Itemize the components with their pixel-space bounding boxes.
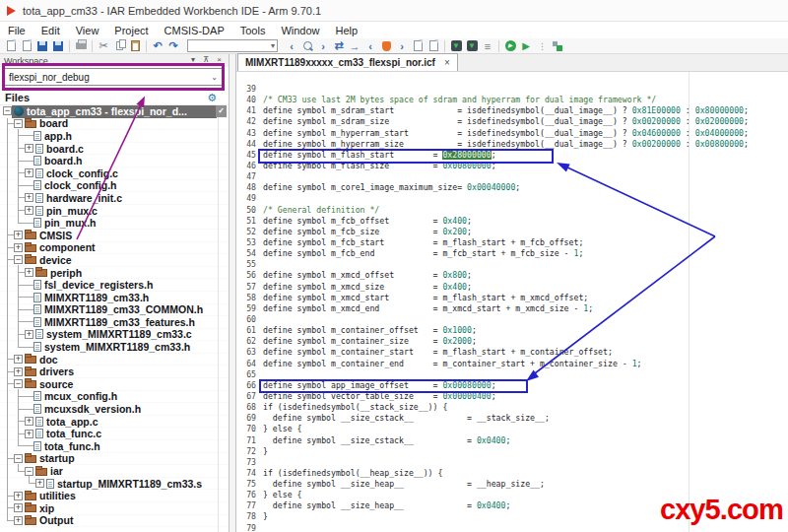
tree-item-xip[interactable]: +xip	[0, 502, 229, 515]
menu-view[interactable]: View	[68, 25, 107, 36]
menu-edit[interactable]: Edit	[33, 25, 68, 36]
line-number-gutter[interactable]: 60	[236, 314, 262, 325]
collapse-icon[interactable]: −	[14, 454, 23, 463]
goto-button[interactable]: →	[348, 39, 361, 52]
line-number-gutter[interactable]: 50	[236, 205, 262, 216]
open-source-button[interactable]	[427, 39, 440, 52]
debug-log-button[interactable]: ≡	[481, 39, 494, 52]
run-button[interactable]: ▶	[519, 39, 533, 52]
code-line-71[interactable]: 71 define symbol __size_cstack__ = 0x040…	[236, 435, 788, 446]
tree-item-source[interactable]: −source	[0, 378, 229, 391]
line-number-gutter[interactable]: 48	[236, 182, 262, 193]
swap-header-button[interactable]: ⇄	[332, 39, 346, 52]
line-number-gutter[interactable]: 49	[236, 193, 262, 204]
expand-icon[interactable]: +	[14, 231, 23, 239]
tree-item-mcuxsdk-version-h[interactable]: mcuxsdk_version.h	[0, 403, 229, 416]
code-line-43[interactable]: 43define symbol m_hyperram_start = isdef…	[236, 128, 788, 139]
code-line-59[interactable]: 59define symbol m_xmcd_end = m_xmcd_star…	[236, 303, 788, 314]
next-bookmark-button[interactable]: ›	[395, 39, 409, 52]
tree-item-tota-func-c[interactable]: +tota_func.c	[0, 428, 229, 440]
line-number-gutter[interactable]: 59	[236, 303, 262, 314]
line-number-gutter[interactable]: 52	[236, 227, 262, 237]
code-line-49[interactable]: 49	[236, 193, 788, 204]
code-line-75[interactable]: 75 define symbol __size_heap__ = __heap_…	[236, 479, 788, 490]
gear-icon[interactable]: ⚙	[207, 92, 217, 104]
code-line-50[interactable]: 50/* General definition */	[236, 205, 788, 216]
tree-item-tota-func-h[interactable]: tota_func.h	[0, 440, 229, 453]
line-number-gutter[interactable]: 78	[236, 511, 262, 522]
expand-icon[interactable]: +	[14, 243, 23, 252]
new-document-button[interactable]	[4, 39, 18, 52]
undo-button[interactable]: ↶	[151, 39, 164, 52]
line-number-gutter[interactable]: 71	[236, 435, 262, 446]
paste-button[interactable]	[128, 39, 142, 52]
code-line-51[interactable]: 51define symbol m_fcb_offset = 0x400;	[236, 216, 788, 227]
save-all-button[interactable]	[51, 39, 65, 52]
expand-icon[interactable]: +	[25, 268, 33, 277]
expand-icon[interactable]: +	[14, 503, 23, 512]
code-line-70[interactable]: 70} else {	[236, 424, 788, 434]
line-number-gutter[interactable]: 66	[236, 380, 262, 391]
line-number-gutter[interactable]: 46	[236, 161, 262, 171]
code-line-48[interactable]: 48define symbol m_core1_image_maximum_si…	[236, 182, 788, 193]
device-config-button[interactable]	[551, 39, 564, 52]
line-number-gutter[interactable]: 43	[236, 128, 262, 139]
tree-item-mimxrt1189-cm33-features-h[interactable]: MIMXRT1189_cm33_features.h	[0, 316, 229, 329]
code-line-55[interactable]: 55	[236, 259, 788, 270]
toolbar-grip[interactable]: ⋮	[535, 39, 549, 52]
tree-item-pin-mux-c[interactable]: +pin_mux.c	[0, 205, 229, 218]
line-number-gutter[interactable]: 77	[236, 500, 262, 511]
line-number-gutter[interactable]: 39	[236, 84, 262, 95]
line-number-gutter[interactable]: 64	[236, 359, 262, 369]
code-line-74[interactable]: 74if (isdefinedsymbol(__heap_size__)) {	[236, 468, 788, 479]
tree-item-doc[interactable]: +doc	[0, 354, 229, 366]
line-number-gutter[interactable]: 57	[236, 282, 262, 293]
code-line-63[interactable]: 63define symbol m_container_start = m_fl…	[236, 347, 788, 358]
navigate-forward-button[interactable]: ›	[316, 39, 330, 52]
expand-icon[interactable]: +	[14, 367, 23, 376]
tree-item-component[interactable]: +component	[0, 242, 229, 255]
code-line-42[interactable]: 42define symbol m_sdram_size = isdefined…	[236, 116, 788, 127]
tree-item-mimxrt1189-cm33-common-h[interactable]: MIMXRT1189_cm33_COMMON.h	[0, 304, 229, 317]
editor-tab[interactable]: MIMXRT1189xxxxx_cm33_flexspi_nor.icf ×	[237, 53, 458, 71]
expand-icon[interactable]: +	[14, 516, 23, 525]
code-line-72[interactable]: 72}	[236, 446, 788, 457]
tree-item-app-h[interactable]: app.h	[0, 130, 229, 143]
code-line-46[interactable]: 46define symbol m_flash_size = 0x0080000…	[236, 161, 788, 171]
line-number-gutter[interactable]: 44	[236, 139, 262, 150]
code-line-45[interactable]: 45define symbol m_flash_start = 0x280000…	[236, 150, 788, 161]
tree-item-tota-app-cm33-flexspi-nor-d-[interactable]: −tota_app_cm33 - flexspi_nor_d...✓	[0, 105, 229, 118]
tree-item-board-h[interactable]: board.h	[0, 155, 229, 167]
expand-icon[interactable]: +	[25, 417, 33, 426]
print-button[interactable]	[74, 39, 88, 52]
code-line-68[interactable]: 68if (isdefinedsymbol(__stack_size__)) {	[236, 402, 788, 413]
tree-item-fsl-device-registers-h[interactable]: fsl_device_registers.h	[0, 279, 229, 292]
tree-item-iar[interactable]: −iar	[0, 465, 229, 478]
tab-close-icon[interactable]: ×	[444, 57, 450, 68]
collapse-icon[interactable]: −	[3, 106, 12, 115]
code-line-47[interactable]: 47	[236, 171, 788, 182]
expand-icon[interactable]: +	[25, 330, 33, 339]
tree-item-output[interactable]: +Output	[0, 515, 229, 528]
expand-icon[interactable]: +	[35, 479, 44, 488]
line-number-gutter[interactable]: 79	[236, 523, 262, 532]
collapse-icon[interactable]: −	[14, 379, 23, 388]
code-line-57[interactable]: 57define symbol m_xmcd_size = 0x400;	[236, 282, 788, 293]
line-number-gutter[interactable]: 72	[236, 446, 262, 457]
redo-button[interactable]: ↷	[166, 39, 180, 52]
line-number-gutter[interactable]: 63	[236, 347, 262, 358]
expand-icon[interactable]: +	[14, 492, 23, 500]
code-line-39[interactable]: 39	[236, 84, 788, 95]
download-button[interactable]: ▼	[449, 39, 463, 52]
line-number-gutter[interactable]: 74	[236, 468, 262, 479]
tree-item-mimxrt1189-cm33-h[interactable]: MIMXRT1189_cm33.h	[0, 292, 229, 304]
open-file-button[interactable]	[20, 39, 33, 52]
menu-cmsis-dap[interactable]: CMSIS-DAP	[157, 25, 232, 36]
expand-icon[interactable]: +	[25, 430, 33, 438]
code-line-67[interactable]: 67define symbol vector_table_size = 0x00…	[236, 391, 788, 402]
line-number-gutter[interactable]: 45	[236, 150, 262, 161]
tree-item-tota-app-c[interactable]: +tota_app.c	[0, 416, 229, 429]
menu-file[interactable]: File	[0, 25, 33, 36]
tree-item-clock-config-c[interactable]: +clock_config.c	[0, 167, 229, 180]
tree-item-mcux-config-h[interactable]: mcux_config.h	[0, 391, 229, 404]
